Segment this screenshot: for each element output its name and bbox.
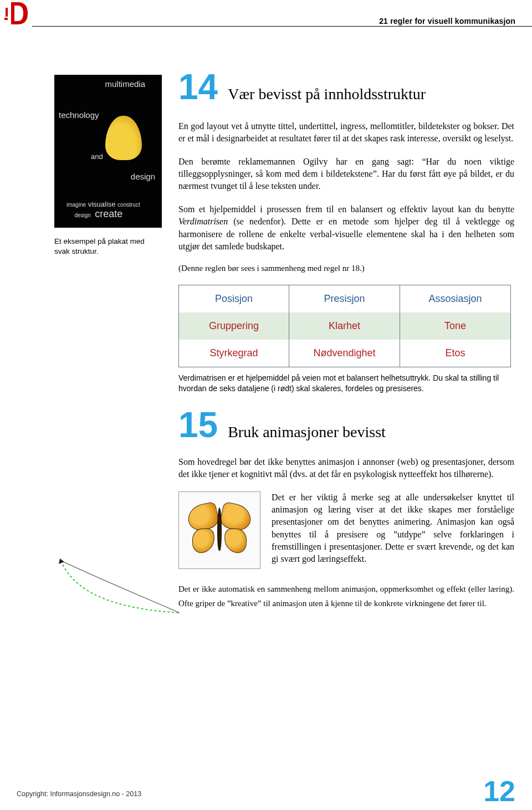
rule-title: Bruk animasjoner bevisst bbox=[228, 423, 386, 441]
paragraph: Som hovedregel bør det ikke benyttes ani… bbox=[178, 456, 514, 480]
thumb-word: design bbox=[131, 172, 155, 181]
thumb-bottom: imagine visualise construct design creat… bbox=[66, 200, 140, 220]
butterfly-wing-icon bbox=[224, 529, 247, 553]
rule-15-block: 15 Bruk animasjoner bevisst Som hovedreg… bbox=[178, 407, 514, 611]
butterfly-body-icon bbox=[217, 507, 222, 551]
butterfly-illustration bbox=[178, 491, 260, 569]
butterfly-wing-icon bbox=[219, 501, 253, 532]
rule-number: 15 bbox=[178, 407, 218, 443]
site-logo-icon bbox=[2, 0, 30, 25]
page-number: 12 bbox=[483, 775, 515, 808]
matrix-cell: Styrkegrad bbox=[178, 340, 289, 367]
paragraph: Det er her viktig å merke seg at alle un… bbox=[272, 491, 514, 565]
header-tagline: 21 regler for visuell kommunikasjon bbox=[379, 17, 515, 25]
paragraph: Den berømte reklamemannen Ogilvy har en … bbox=[178, 156, 514, 192]
matrix-cell: Nødvendighet bbox=[289, 340, 400, 367]
matrix-cell: Klarhet bbox=[289, 312, 400, 340]
side-column: multimedia technology and design imagine… bbox=[54, 75, 162, 413]
header-divider bbox=[32, 26, 532, 27]
matrix-caption: Verdimatrisen er et hjelpemiddel på veie… bbox=[178, 373, 514, 394]
rule-number: 14 bbox=[178, 69, 218, 105]
thumb-word: technology bbox=[59, 110, 99, 120]
paragraph-small: Det er ikke automatisk en sammenheng mel… bbox=[178, 582, 514, 611]
matrix-cell: Posisjon bbox=[178, 285, 289, 312]
pear-icon bbox=[105, 116, 142, 160]
paragraph: Som et hjelpemiddel i prosessen frem til… bbox=[178, 203, 514, 252]
copyright-footer: Copyright: Informasjonsdesign.no - 2013 bbox=[17, 790, 141, 798]
rule-14-block: 14 Vær bevisst på innholdsstruktur En go… bbox=[178, 75, 514, 413]
thumb-word: and bbox=[91, 152, 103, 161]
poster-thumbnail: multimedia technology and design imagine… bbox=[54, 75, 162, 228]
matrix-cell: Tone bbox=[400, 312, 511, 340]
butterfly-wing-icon bbox=[192, 529, 215, 553]
matrix-cell: Gruppering bbox=[178, 312, 289, 340]
paragraph: En god layout vet å utnytte tittel, unde… bbox=[178, 120, 514, 145]
matrix-cell: Presisjon bbox=[289, 285, 400, 312]
thumb-word: multimedia bbox=[105, 79, 145, 89]
value-matrix-table: Posisjon Presisjon Assosiasjon Grupperin… bbox=[178, 285, 511, 367]
matrix-cell: Assosiasjon bbox=[400, 285, 511, 312]
matrix-cell: Etos bbox=[400, 340, 511, 367]
paragraph-note: (Denne reglen bør sees i sammenheng med … bbox=[178, 263, 514, 274]
thumbnail-caption: Et eksempel på plakat med svak struktur. bbox=[54, 237, 162, 257]
main-content: multimedia technology and design imagine… bbox=[54, 75, 514, 611]
page-header: 21 regler for visuell kommunikasjon bbox=[0, 0, 532, 36]
rule-title: Vær bevisst på innholdsstruktur bbox=[228, 85, 426, 103]
